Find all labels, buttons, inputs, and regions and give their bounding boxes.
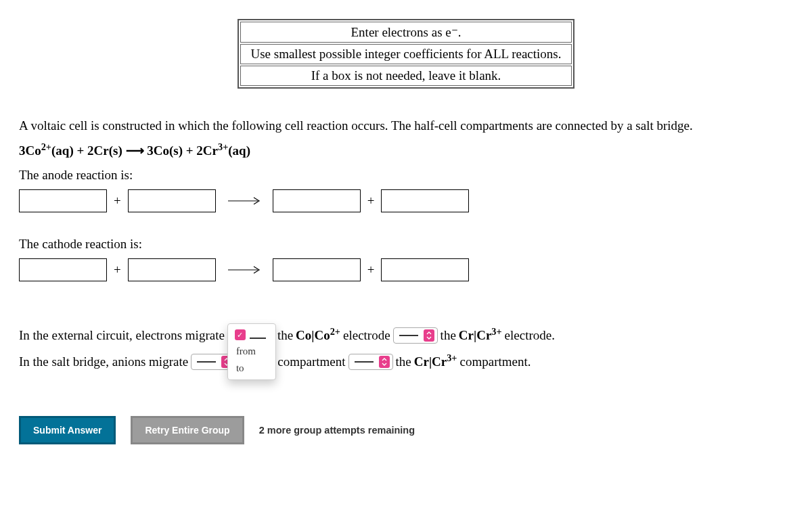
state-1: (aq) — [51, 143, 74, 158]
cathode-reaction-row: + + — [19, 258, 793, 281]
species-2: Cr(s) — [94, 143, 122, 158]
plus-icon: + — [367, 262, 375, 277]
direction-dropdown-menu: ✓ from to — [227, 323, 276, 380]
instruction-line-2: Use smallest possible integer coefficien… — [240, 44, 571, 64]
sup-4: 3+ — [218, 141, 228, 152]
instruction-line-3: If a box is not needed, leave it blank. — [240, 66, 571, 86]
sup-1: 2+ — [41, 141, 51, 152]
anode-reactant-2[interactable] — [128, 189, 216, 212]
updown-icon — [424, 329, 434, 342]
arrow-icon — [227, 265, 262, 275]
instruction-line-1: Enter electrons as e⁻. — [240, 22, 571, 43]
intro-text: A voltaic cell is constructed in which t… — [19, 118, 793, 133]
plus-icon: + — [367, 193, 375, 208]
blank-underline — [197, 361, 216, 363]
species-1: Co — [26, 143, 41, 158]
dropdown-option-selected-blank[interactable]: ✓ — [228, 327, 275, 343]
state-4: (aq) — [228, 143, 250, 158]
cathode-reactant-1[interactable] — [19, 258, 107, 281]
electron-migration-sentence: In the external circuit, electrons migra… — [19, 326, 793, 344]
text-fragment: the — [277, 328, 293, 343]
updown-icon — [379, 356, 390, 368]
anode-label: The anode reaction is: — [19, 168, 793, 183]
action-row: Submit Answer Retry Entire Group 2 more … — [19, 416, 793, 444]
blank-underline — [355, 361, 374, 363]
co-electrode-label: Co|Co2+ — [296, 328, 340, 343]
cathode-reactant-2[interactable] — [128, 258, 216, 281]
text-fragment: In the external circuit, electrons migra… — [19, 328, 225, 343]
overall-reaction: 3Co2+(aq) + 2Cr(s) ⟶ 3Co(s) + 2Cr3+(aq) — [19, 143, 793, 158]
direction-select-4[interactable] — [348, 354, 393, 370]
cathode-product-1[interactable] — [273, 258, 361, 281]
dropdown-option-from[interactable]: from — [228, 343, 275, 360]
cathode-label: The cathode reaction is: — [19, 237, 793, 252]
plus-2: + — [183, 143, 196, 158]
submit-button[interactable]: Submit Answer — [19, 416, 116, 444]
cr-electrode-label: Cr|Cr3+ — [459, 328, 502, 343]
reaction-arrow: ⟶ — [122, 143, 148, 158]
anode-reactant-1[interactable] — [19, 189, 107, 212]
text-fragment: electrode — [343, 328, 390, 343]
plus-1: + — [74, 143, 87, 158]
coef-3: 3 — [147, 143, 154, 158]
species-3: Co(s) — [154, 143, 183, 158]
anode-product-1[interactable] — [273, 189, 361, 212]
attempts-remaining: 2 more group attempts remaining — [259, 425, 415, 436]
anion-migration-sentence: In the salt bridge, anions migrate o|Co2… — [19, 354, 793, 370]
direction-select-1-wrap: ✓ from to — [227, 326, 275, 344]
cathode-product-2[interactable] — [381, 258, 469, 281]
direction-select-2[interactable] — [393, 327, 438, 344]
text-fragment: compartment. — [459, 354, 531, 369]
instruction-box: Enter electrons as e⁻. Use smallest poss… — [238, 19, 574, 89]
anode-reaction-row: + + — [19, 189, 793, 212]
text-fragment: the — [441, 328, 456, 343]
check-icon: ✓ — [235, 329, 246, 340]
anode-product-2[interactable] — [381, 189, 469, 212]
plus-icon: + — [114, 193, 121, 208]
text-fragment: compartment — [277, 354, 345, 369]
coef-2: 2 — [87, 143, 94, 158]
retry-button[interactable]: Retry Entire Group — [131, 416, 244, 444]
dropdown-option-to[interactable]: to — [228, 360, 275, 377]
text-fragment: electrode. — [505, 328, 555, 343]
text-fragment: In the salt bridge, anions migrate — [19, 354, 188, 369]
blank-underline — [250, 331, 266, 339]
text-fragment: the — [396, 354, 411, 369]
species-4: Cr — [203, 143, 218, 158]
cr-compartment-label: Cr|Cr3+ — [414, 354, 457, 369]
plus-icon: + — [114, 262, 121, 277]
coef-1: 3 — [19, 143, 26, 158]
blank-underline — [399, 335, 418, 336]
coef-4: 2 — [196, 143, 203, 158]
arrow-icon — [227, 196, 262, 206]
